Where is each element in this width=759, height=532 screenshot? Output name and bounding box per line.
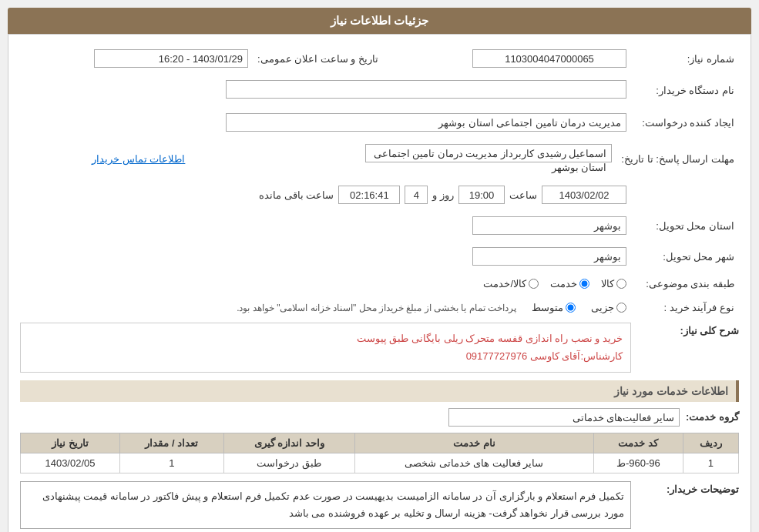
mohlat-name: اسماعیل رشیدی کاربرداز مدیریت درمان تامی… bbox=[365, 144, 612, 162]
cell-radif: 1 bbox=[683, 453, 738, 473]
grooh-khadamat-label: گروه خدمت: bbox=[686, 411, 739, 423]
tabaghe-kala-option[interactable]: کالا bbox=[601, 278, 626, 289]
col-vahed: واحد اندازه گیری bbox=[223, 433, 354, 453]
ijad-value: مدیریت درمان تامین اجتماعی استان بوشهر bbox=[226, 113, 626, 132]
cell-tarikh: 1403/02/05 bbox=[21, 453, 120, 473]
col-nam: نام خدمت bbox=[354, 433, 593, 453]
cell-nam: سایر فعالیت های خدماتی شخصی bbox=[354, 453, 593, 473]
tosihaat-label: توضیحات خریدار: bbox=[631, 481, 739, 495]
ostan-value: بوشهر bbox=[472, 216, 626, 235]
page-title: جزئیات اطلاعات نیاز bbox=[8, 8, 751, 34]
tabaghe-kala-khadamat-label: کالا/خدمت bbox=[483, 278, 526, 289]
tarikh-value: 1403/01/29 - 16:20 bbox=[94, 49, 248, 68]
mohlat-link[interactable]: اطلاعات تماس خریدار bbox=[92, 153, 185, 165]
tosihaat-value: تکمیل فرم استعلام و بارگزاری آن در سامان… bbox=[20, 481, 631, 529]
baghimande-value: 02:16:41 bbox=[338, 186, 400, 204]
sharh-value: خرید و نصب راه اندازی قفسه متحرک ریلی با… bbox=[20, 323, 631, 373]
grooh-khadamat-value: سایر فعالیت‌های خدماتی bbox=[448, 408, 680, 427]
saat-value: 19:00 bbox=[458, 186, 505, 204]
col-radif: ردیف bbox=[683, 433, 738, 453]
farayand-mottasat-option[interactable]: متوسط bbox=[532, 302, 576, 313]
shomareNiaz-value: 1103004047000065 bbox=[472, 49, 626, 68]
shahr-label: شهر محل تحویل: bbox=[631, 244, 739, 269]
farayand-mottasat-label: متوسط bbox=[532, 302, 563, 313]
tabaghe-kala-label: کالا bbox=[601, 278, 614, 289]
farayand-jozi-label: جزیی bbox=[591, 302, 614, 313]
farayand-note: پرداخت تمام یا بخشی از مبلغ خریداز محل "… bbox=[237, 303, 516, 313]
namDastgah-value bbox=[226, 80, 626, 99]
col-tarikh: تاریخ نیاز bbox=[21, 433, 120, 453]
baghimande-label: ساعت باقی مانده bbox=[259, 189, 334, 201]
rooz-value: 4 bbox=[405, 186, 428, 204]
info-khadamat-header: اطلاعات خدمات مورد نیاز bbox=[20, 380, 739, 402]
namDastgah-label: نام دستگاه خریدار: bbox=[631, 77, 739, 104]
tabaghe-khadamat-label: خدمت bbox=[550, 278, 577, 289]
tabaghe-khadamat-option[interactable]: خدمت bbox=[550, 278, 589, 289]
rooz-label: روز و bbox=[432, 189, 454, 201]
col-kod: کد خدمت bbox=[593, 433, 683, 453]
cell-kod: 960-96-ط bbox=[593, 453, 683, 473]
cell-tedad: 1 bbox=[119, 453, 223, 473]
ijad-label: ایجاد کننده درخواست: bbox=[631, 110, 739, 135]
mohlat-label: مهلت ارسال پاسخ: تا تاریخ: bbox=[616, 141, 739, 176]
date-value: 1403/02/02 bbox=[542, 186, 626, 204]
noe-farayand-label: نوع فرآیند خرید : bbox=[631, 299, 739, 316]
ostan-label: استان محل تحویل: bbox=[631, 213, 739, 238]
tabaghe-kala-khadamat-option[interactable]: کالا/خدمت bbox=[483, 278, 539, 289]
saat-label: ساعت bbox=[509, 189, 537, 201]
shahr-value: بوشهر bbox=[472, 247, 626, 266]
farayand-jozi-option[interactable]: جزیی bbox=[591, 302, 626, 313]
tarikh-label: تاریخ و ساعت اعلان عمومی: bbox=[253, 46, 383, 71]
mohlat-ta-label bbox=[631, 182, 739, 207]
tabaghe-label: طبقه بندی موضوعی: bbox=[631, 275, 739, 293]
sharh-label: شرح کلی نیاز: bbox=[631, 323, 739, 336]
cell-vahed: طبق درخواست bbox=[223, 453, 354, 473]
table-row: 1 960-96-ط سایر فعالیت های خدماتی شخصی ط… bbox=[21, 453, 739, 473]
shomareNiaz-label: شماره نیاز: bbox=[631, 46, 739, 71]
col-tedad: تعداد / مقدار bbox=[119, 433, 223, 453]
